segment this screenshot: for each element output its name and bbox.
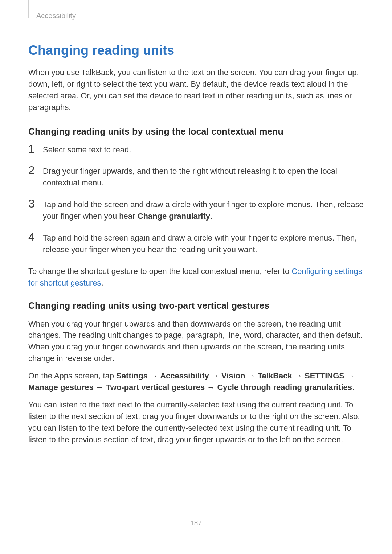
step-text: Tap and hold the screen again and draw a… (43, 232, 364, 255)
section2-heading: Changing reading units using two-part ve… (28, 300, 364, 311)
section1-footer: To change the shortcut gesture to open t… (28, 266, 364, 289)
footer-text: . (101, 278, 103, 287)
step-text: Tap and hold the screen and draw a circl… (43, 199, 364, 222)
section2-para1: When you drag your finger upwards and th… (28, 318, 364, 365)
page-number: 187 (0, 519, 392, 527)
section2-para3: You can listen to the text next to the c… (28, 399, 364, 446)
step-text: Select some text to read. (43, 144, 364, 156)
step-text: Drag your finger upwards, and then to th… (43, 165, 364, 189)
step-item: 4 Tap and hold the screen again and draw… (28, 232, 364, 255)
step-number: 1 (28, 143, 43, 155)
step-item: 1 Select some text to read. (28, 144, 364, 156)
section1-heading: Changing reading units by using the loca… (28, 126, 364, 137)
step-item: 3 Tap and hold the screen and draw a cir… (28, 199, 364, 222)
step-number: 2 (28, 164, 43, 176)
footer-text: To change the shortcut gesture to open t… (28, 267, 291, 276)
page-margin-marker (28, 0, 29, 18)
step-item: 2 Drag your finger upwards, and then to … (28, 165, 364, 189)
intro-paragraph: When you use TalkBack, you can listen to… (28, 67, 364, 113)
step-number: 4 (28, 231, 43, 243)
page-content: Changing reading units When you use Talk… (28, 43, 364, 451)
breadcrumb: Accessibility (36, 12, 76, 20)
section2-navigation-path: On the Apps screen, tap Settings → Acces… (28, 370, 364, 393)
step-number: 3 (28, 198, 43, 209)
page-title: Changing reading units (28, 43, 364, 58)
